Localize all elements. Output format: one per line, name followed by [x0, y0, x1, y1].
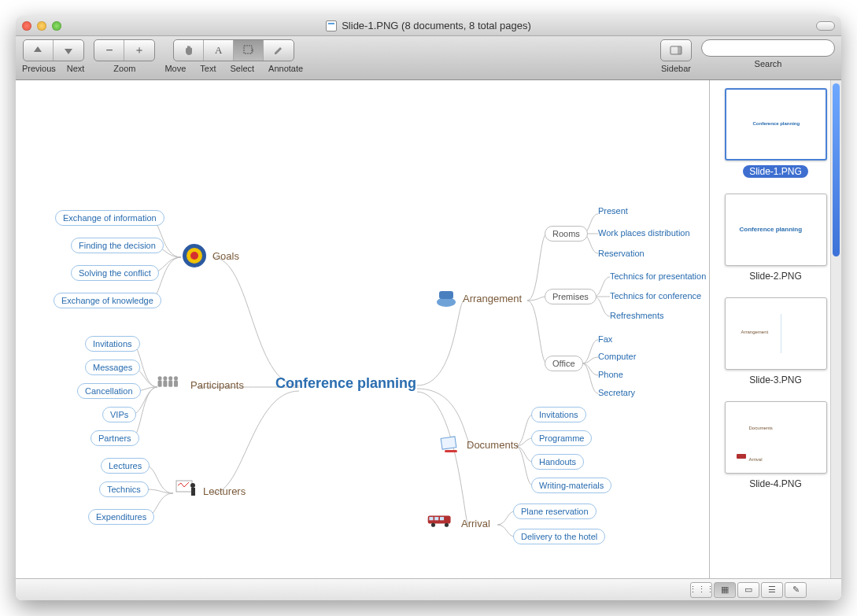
svg-point-25: [431, 523, 435, 527]
svg-point-5: [190, 252, 198, 260]
next-label: Next: [67, 64, 85, 73]
previous-label: Previous: [22, 64, 56, 73]
next-button[interactable]: [54, 40, 83, 61]
leaf-goals-0: Exchange of information: [55, 210, 164, 226]
select-button[interactable]: [234, 40, 264, 61]
annotate-label: Annotate: [268, 64, 303, 73]
branch-participants: Participants: [190, 379, 244, 391]
group-rooms: Rooms: [545, 226, 588, 242]
edit-button[interactable]: ✎: [785, 582, 807, 598]
sidebar-button[interactable]: [661, 40, 691, 61]
svg-rect-2: [678, 46, 682, 54]
svg-rect-14: [176, 481, 192, 492]
leaf-office-2: Phone: [598, 370, 623, 379]
svg-point-26: [445, 523, 449, 527]
scrollbar-thumb[interactable]: [833, 83, 840, 256]
zoom-in-button[interactable]: ＋: [124, 40, 154, 61]
leaf-participants-4: Partners: [91, 430, 139, 446]
document-canvas[interactable]: Conference planning Goals Exchange of in…: [16, 80, 709, 578]
people-icon: [156, 373, 183, 400]
large-thumb-icon: ▭: [744, 585, 752, 595]
thumbnail-4-label: Slide-4.PNG: [749, 478, 802, 489]
grid-icon: ▦: [721, 585, 729, 595]
window-title: Slide-1.PNG (8 documents, 8 total pages): [342, 20, 531, 31]
thumbnail-1-label: Slide-1.PNG: [743, 165, 808, 178]
svg-point-6: [158, 376, 162, 380]
leaf-lecturers-0: Lectures: [101, 458, 150, 474]
select-label: Select: [231, 64, 255, 73]
leaf-participants-2: Cancellation: [77, 383, 141, 399]
document-icon: [326, 20, 337, 31]
branch-documents: Documents: [467, 439, 519, 451]
leaf-premises-0: Technics for presentation: [610, 271, 706, 281]
search-input[interactable]: [701, 39, 835, 57]
sidebar-scrollbar[interactable]: [830, 80, 841, 578]
documents-icon: [437, 433, 464, 459]
branch-arrival: Arrival: [461, 518, 490, 529]
svg-rect-0: [244, 46, 252, 53]
svg-rect-18: [439, 291, 453, 299]
leaf-goals-1: Finding the decision: [71, 238, 164, 253]
svg-rect-20: [445, 450, 457, 452]
mindmap-center: Conference planning: [275, 375, 416, 392]
text-icon: A: [215, 44, 222, 57]
leaf-goals-3: Exchange of knowledge: [54, 293, 161, 308]
toc-icon: ⋮⋮⋮: [689, 585, 715, 595]
hand-icon: [183, 44, 195, 57]
thumbnail-1[interactable]: Conference planning Slide-1.PNG: [725, 88, 827, 178]
phone-icon: [433, 285, 460, 312]
svg-rect-24: [440, 517, 444, 520]
svg-rect-23: [434, 517, 438, 520]
svg-rect-22: [429, 517, 433, 520]
thumbnail-3[interactable]: Arrangement Slide-3.PNG: [725, 297, 827, 385]
svg-rect-13: [174, 380, 178, 386]
leaf-goals-2: Solving the conflict: [71, 265, 159, 281]
zoom-out-button[interactable]: −: [94, 40, 124, 61]
leaf-rooms-0: Present: [598, 206, 628, 216]
select-icon: [242, 44, 255, 57]
footer-bar: ⋮⋮⋮ ▦ ▭ ☰ ✎: [16, 578, 841, 600]
svg-point-8: [163, 376, 167, 380]
target-icon: [181, 242, 208, 269]
view-large-button[interactable]: ▭: [737, 582, 759, 598]
thumbnail-sidebar[interactable]: Conference planning Slide-1.PNG Conferen…: [709, 80, 841, 578]
thumbnail-2[interactable]: Conference planning Slide-2.PNG: [725, 194, 827, 282]
svg-point-10: [168, 376, 172, 380]
group-premises: Premises: [545, 289, 597, 304]
previous-button[interactable]: [24, 40, 54, 61]
pencil-icon: [272, 44, 285, 57]
leaf-rooms-2: Reservation: [598, 249, 645, 258]
text-button[interactable]: A: [204, 40, 234, 61]
leaf-documents-0: Invitations: [531, 407, 586, 422]
presenter-icon: [173, 478, 200, 504]
pencil-small-icon: ✎: [792, 585, 800, 595]
annotate-button[interactable]: [264, 40, 294, 61]
move-label: Move: [164, 64, 186, 73]
toolbar-pill-button[interactable]: [816, 21, 835, 31]
bus-icon: [427, 513, 453, 540]
svg-rect-16: [191, 488, 195, 496]
view-toc-button[interactable]: ⋮⋮⋮: [690, 582, 712, 598]
svg-point-12: [174, 376, 178, 380]
thumbnail-2-label: Slide-2.PNG: [749, 271, 802, 282]
svg-rect-11: [168, 380, 172, 386]
view-grid-button[interactable]: ▦: [714, 582, 736, 598]
toolbar: Previous Next − ＋ Zoom A: [16, 36, 841, 80]
leaf-documents-2: Handouts: [531, 454, 584, 470]
leaf-lecturers-2: Expenditures: [88, 509, 154, 525]
thumbnail-4[interactable]: Documents Arrival Slide-4.PNG: [725, 401, 827, 489]
svg-rect-27: [737, 454, 746, 459]
minus-icon: −: [105, 43, 113, 57]
leaf-documents-1: Programme: [531, 430, 592, 446]
sidebar-label: Sidebar: [661, 64, 691, 73]
branch-arrangement: Arrangement: [463, 293, 522, 304]
leaf-participants-1: Messages: [85, 360, 140, 375]
branch-lecturers: Lecturers: [203, 485, 246, 497]
list-icon: ☰: [768, 585, 776, 595]
view-list-button[interactable]: ☰: [761, 582, 783, 598]
leaf-lecturers-1: Technics: [99, 481, 149, 497]
titlebar: Slide-1.PNG (8 documents, 8 total pages): [16, 16, 841, 36]
leaf-rooms-1: Work places distribution: [598, 228, 690, 238]
move-button[interactable]: [174, 40, 204, 61]
text-label: Text: [200, 64, 216, 73]
